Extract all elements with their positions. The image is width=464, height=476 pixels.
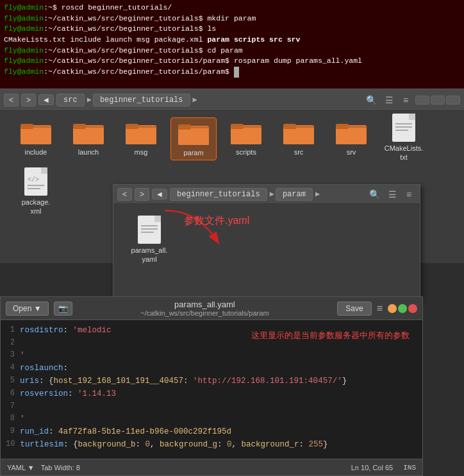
file-label-src: src xyxy=(294,148,304,157)
param-up-button[interactable]: ◀ xyxy=(152,189,167,200)
breadcrumb: src ▶ beginner_tutorials ▶ xyxy=(56,94,361,106)
folder-icon-include xyxy=(21,120,51,146)
param-view-options-button[interactable]: ≡ xyxy=(402,188,416,201)
editor-filename: params_all.yaml xyxy=(78,300,333,309)
editor-close-button[interactable] xyxy=(408,304,417,313)
file-label-include: include xyxy=(25,148,47,157)
file-item-cmakelists[interactable]: CMakeLists.txt xyxy=(381,111,427,165)
yaml-annotation-text: 参数文件.yaml xyxy=(184,214,249,228)
breadcrumb-src[interactable]: src xyxy=(56,94,85,106)
back-button[interactable]: < xyxy=(4,94,19,106)
folder-icon-msg xyxy=(126,120,156,146)
editor-minimize-button[interactable] xyxy=(388,304,397,313)
svg-rect-19 xyxy=(178,127,209,128)
editor-line-9: 9 run_id: 4af72fa8-5b1e-11ed-b96e-000c29… xyxy=(6,425,417,438)
status-tab-width[interactable]: Tab Width: 8 xyxy=(41,464,80,472)
doc-icon-packagexml: </> xyxy=(24,167,47,196)
file-item-packagexml[interactable]: </> package.xml xyxy=(13,165,59,219)
file-item-msg[interactable]: msg xyxy=(118,117,164,159)
view-options-button[interactable]: ≡ xyxy=(399,94,413,106)
file-item-launch[interactable]: launch xyxy=(65,117,112,159)
editor-line-8: 8 ' xyxy=(6,412,417,425)
svg-rect-32 xyxy=(336,128,367,144)
param-search-button[interactable]: 🔍 xyxy=(367,188,383,201)
window-controls xyxy=(415,96,460,105)
doc-icon-cmakelists xyxy=(392,114,415,142)
up-button[interactable]: ◀ xyxy=(38,94,54,105)
editor-line-6: 6 rosversion: '1.14.13 xyxy=(6,387,417,400)
svg-text:</>: </> xyxy=(28,176,39,183)
file-label-msg: msg xyxy=(135,148,148,157)
svg-rect-4 xyxy=(21,126,51,128)
save-button[interactable]: Save xyxy=(337,302,371,316)
param-back-button[interactable]: < xyxy=(117,188,132,201)
maximize-button[interactable] xyxy=(431,96,445,105)
file-manager-param: < > ◀ beginner_tutorials ▶ param ▶ 🔍 ☰ ≡… xyxy=(113,184,420,300)
svg-rect-37 xyxy=(409,114,415,120)
status-format[interactable]: YAML ▼ xyxy=(7,464,35,472)
editor-title-center: params_all.yaml ~/catkin_ws/src/beginner… xyxy=(78,300,333,317)
folder-icon-src xyxy=(283,120,314,146)
folder-icon-srv xyxy=(336,120,367,146)
close-button[interactable] xyxy=(446,96,460,105)
terminal-line-3: fly@admin:~/catkin_ws/src/beginner_tutor… xyxy=(4,24,460,35)
forward-button[interactable]: > xyxy=(21,94,36,106)
editor-filepath: ~/catkin_ws/src/beginner_tutorials/param xyxy=(78,309,333,317)
arrow-annotation xyxy=(145,204,248,255)
param-breadcrumb-beginner[interactable]: beginner_tutorials xyxy=(170,188,267,201)
file-manager-toolbar: < > ◀ src ▶ beginner_tutorials ▶ 🔍 ☰ ≡ xyxy=(0,89,464,111)
file-label-scripts: scripts xyxy=(236,148,256,157)
editor-extra-button[interactable]: 📷 xyxy=(54,302,72,316)
file-label-srv: srv xyxy=(347,148,356,157)
editor-line-3: 3 ' xyxy=(6,349,417,362)
editor-panel: Open ▼ 📷 params_all.yaml ~/catkin_ws/src… xyxy=(0,296,423,476)
file-item-srv[interactable]: srv xyxy=(328,117,374,159)
svg-rect-9 xyxy=(73,126,104,128)
svg-rect-17 xyxy=(178,128,209,145)
terminal-line-6: fly@admin:~/catkin_ws/src/beginner_tutor… xyxy=(4,56,460,67)
terminal-line-2: fly@admin:~/catkin_ws/src/beginner_tutor… xyxy=(4,13,460,24)
svg-rect-27 xyxy=(283,128,314,144)
ins-badge: INS xyxy=(403,464,416,472)
param-forward-button[interactable]: > xyxy=(135,188,149,201)
terminal: fly@admin:~$ roscd beginner_tutorials/ f… xyxy=(0,0,464,89)
svg-rect-7 xyxy=(73,128,104,144)
editor-content[interactable]: 这里显示的是当前参数服务器中所有的参数 1 rosdistro: 'melodi… xyxy=(1,320,422,459)
svg-rect-24 xyxy=(231,126,261,128)
file-item-scripts[interactable]: scripts xyxy=(223,117,269,159)
toolbar-right: 🔍 ☰ ≡ xyxy=(363,94,413,106)
view-list-button[interactable]: ☰ xyxy=(382,94,396,106)
folder-icon-launch xyxy=(73,120,104,146)
file-item-src[interactable]: src xyxy=(276,117,322,159)
param-breadcrumb: beginner_tutorials ▶ param ▶ xyxy=(170,188,364,201)
editor-maximize-button[interactable] xyxy=(398,304,407,313)
svg-rect-43 xyxy=(41,167,47,174)
file-label-launch: launch xyxy=(78,148,99,157)
file-manager-top: < > ◀ src ▶ beginner_tutorials ▶ 🔍 ☰ ≡ i… xyxy=(0,89,464,263)
editor-annotation: 这里显示的是当前参数服务器中所有的参数 xyxy=(251,329,410,343)
file-item-param[interactable]: param xyxy=(170,117,217,160)
editor-statusbar: YAML ▼ Tab Width: 8 Ln 10, Col 65 INS xyxy=(1,459,422,475)
svg-rect-29 xyxy=(283,126,314,128)
breadcrumb-beginner-tutorials[interactable]: beginner_tutorials xyxy=(93,94,190,106)
terminal-line-7: fly@admin:~/catkin_ws/src/beginner_tutor… xyxy=(4,67,460,78)
status-right: Ln 10, Col 65 INS xyxy=(351,464,416,472)
minimize-button[interactable] xyxy=(415,96,429,105)
param-breadcrumb-param[interactable]: param xyxy=(276,188,313,201)
svg-rect-12 xyxy=(126,128,156,144)
terminal-line-1: fly@admin:~$ roscd beginner_tutorials/ xyxy=(4,3,460,13)
editor-titlebar: Open ▼ 📷 params_all.yaml ~/catkin_ws/src… xyxy=(1,297,422,320)
file-label-packagexml: package.xml xyxy=(22,198,51,216)
param-fm-toolbar: < > ◀ beginner_tutorials ▶ param ▶ 🔍 ☰ ≡ xyxy=(113,185,420,204)
open-button[interactable]: Open ▼ xyxy=(6,302,49,316)
folder-icon-param xyxy=(178,121,209,146)
param-view-list-button[interactable]: ☰ xyxy=(385,188,399,201)
svg-rect-34 xyxy=(336,126,367,128)
status-position[interactable]: Ln 10, Col 65 xyxy=(351,464,393,472)
file-item-include[interactable]: include xyxy=(13,117,59,159)
svg-rect-2 xyxy=(21,128,51,144)
search-button[interactable]: 🔍 xyxy=(363,94,379,106)
file-label-param: param xyxy=(183,148,203,157)
editor-menu-button[interactable]: ≡ xyxy=(377,303,383,314)
terminal-line-4: CMakeLists.txt include launch msg packag… xyxy=(4,35,460,46)
